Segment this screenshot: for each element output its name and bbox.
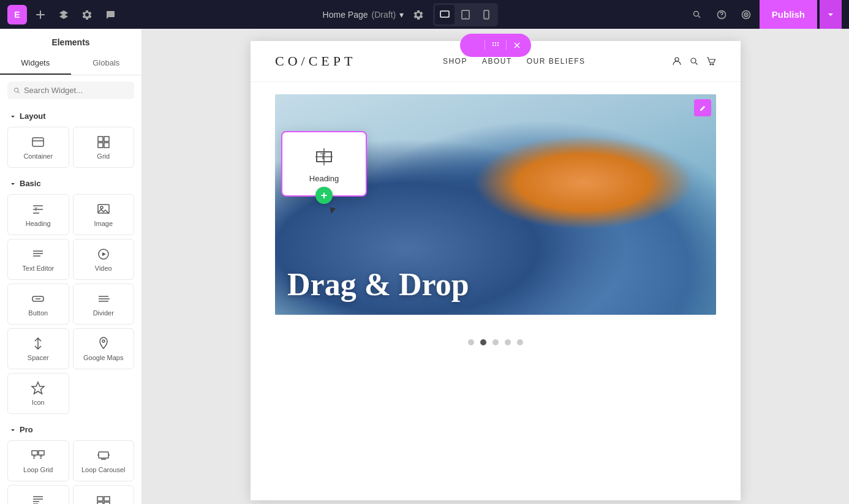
- widget-portfolio[interactable]: Portfolio: [73, 485, 135, 504]
- search-input[interactable]: [24, 86, 128, 95]
- app-logo[interactable]: E: [7, 5, 27, 24]
- widget-google-maps[interactable]: Google Maps: [73, 328, 135, 369]
- widget-image[interactable]: Image: [73, 194, 135, 235]
- container-label: Container: [23, 152, 53, 160]
- carousel-dot-1[interactable]: [468, 339, 474, 345]
- basic-widgets-grid: T Heading Image Text Editor Video Button: [0, 192, 142, 419]
- widget-loop-carousel[interactable]: Loop Carousel: [73, 440, 135, 481]
- collapse-icon-basic: [10, 181, 16, 187]
- collapse-icon-pro: [10, 427, 16, 433]
- carousel-dot-4[interactable]: [505, 339, 511, 345]
- widget-button[interactable]: Button: [7, 284, 69, 325]
- section-pro[interactable]: Pro: [0, 419, 142, 438]
- svg-point-54: [675, 58, 679, 61]
- float-move-button[interactable]: [488, 37, 504, 53]
- layout-widgets-grid: Container Grid: [0, 124, 142, 173]
- svg-point-7: [721, 17, 722, 17]
- sidebar: Elements Widgets Globals Layout Containe…: [0, 29, 142, 504]
- nav-about[interactable]: ABOUT: [482, 57, 512, 66]
- svg-point-53: [497, 45, 499, 46]
- widget-posts[interactable]: Posts: [7, 485, 69, 504]
- canvas-scroll: CO/CEPT SHOP ABOUT OUR BELIEFS: [142, 29, 849, 504]
- cart-icon[interactable]: [706, 56, 716, 66]
- loop-grid-icon: [31, 448, 45, 463]
- top-bar: E Home Page (Draft) ▾: [0, 0, 849, 29]
- site-logo: CO/CEPT: [275, 53, 356, 69]
- svg-point-55: [691, 58, 696, 63]
- float-close-button[interactable]: [509, 37, 525, 53]
- top-bar-center: Home Page (Draft) ▾: [142, 3, 679, 26]
- float-add-button[interactable]: [466, 37, 482, 53]
- svg-rect-0: [440, 11, 449, 17]
- top-bar-right: Publish: [679, 0, 849, 29]
- section-basic[interactable]: Basic: [0, 173, 142, 192]
- tablet-view-button[interactable]: [456, 5, 475, 24]
- divider-label: Divider: [93, 309, 114, 317]
- widget-icon[interactable]: Icon: [7, 373, 69, 414]
- widget-grid[interactable]: Grid: [73, 127, 135, 168]
- carousel-dot-5[interactable]: [517, 339, 523, 345]
- svg-rect-14: [98, 137, 103, 141]
- tab-widgets[interactable]: Widgets: [0, 52, 71, 75]
- mobile-view-button[interactable]: [477, 5, 496, 24]
- text-editor-icon: [31, 247, 45, 261]
- svg-rect-36: [99, 452, 108, 458]
- nav-shop[interactable]: SHOP: [443, 57, 467, 66]
- widget-loop-grid[interactable]: Loop Grid: [7, 440, 69, 481]
- svg-point-51: [492, 45, 494, 46]
- sidebar-tabs: Widgets Globals: [0, 52, 142, 75]
- page-status: (Draft): [372, 10, 396, 20]
- grid-label: Grid: [97, 152, 110, 160]
- search-nav-icon[interactable]: [689, 56, 699, 66]
- section-layout[interactable]: Layout: [0, 105, 142, 124]
- preview-button[interactable]: [735, 4, 757, 26]
- page-settings-button[interactable]: [409, 5, 428, 24]
- help-button[interactable]: [711, 4, 733, 26]
- svg-text:T: T: [320, 152, 326, 161]
- svg-rect-35: [39, 451, 44, 455]
- icon-label: Icon: [32, 399, 45, 406]
- spacer-icon: [31, 336, 45, 351]
- svg-point-2: [466, 17, 466, 18]
- desktop-view-button[interactable]: [435, 5, 455, 24]
- toolbar-divider: [485, 40, 485, 50]
- sidebar-title: Elements: [0, 29, 142, 47]
- widget-spacer[interactable]: Spacer: [7, 328, 69, 369]
- nav-beliefs[interactable]: OUR BELIEFS: [527, 57, 586, 66]
- hero-image[interactable]: Drag & Drop: [275, 94, 716, 315]
- hero-edit-button[interactable]: [694, 99, 711, 116]
- pro-widgets-grid: Loop Grid Loop Carousel Posts Portfolio: [0, 438, 142, 504]
- widget-container[interactable]: Container: [7, 127, 69, 168]
- top-bar-left: E: [0, 5, 142, 24]
- widget-video[interactable]: Video: [73, 239, 135, 280]
- layers-button[interactable]: [54, 5, 74, 24]
- svg-rect-16: [98, 143, 103, 148]
- publish-button[interactable]: Publish: [760, 0, 817, 29]
- toolbar-divider-2: [506, 40, 507, 50]
- hero-heading[interactable]: Drag & Drop: [287, 266, 704, 303]
- account-icon[interactable]: [672, 56, 682, 66]
- search-button[interactable]: [686, 4, 708, 26]
- widget-heading[interactable]: T Heading: [7, 194, 69, 235]
- comments-button[interactable]: [100, 5, 120, 24]
- divider-icon: [96, 291, 111, 306]
- carousel-dot-3[interactable]: [492, 339, 499, 345]
- publish-dropdown-button[interactable]: [820, 0, 842, 29]
- canvas-area: CO/CEPT SHOP ABOUT OUR BELIEFS: [142, 29, 849, 504]
- settings-button[interactable]: [77, 5, 97, 24]
- viewport-switcher: [433, 3, 498, 26]
- carousel-dot-2[interactable]: [480, 339, 486, 345]
- widget-divider[interactable]: Divider: [73, 284, 135, 325]
- hero-section: Drag & Drop T Hea: [275, 94, 716, 315]
- page-title[interactable]: Home Page (Draft) ▾: [323, 10, 404, 20]
- svg-text:T: T: [34, 206, 38, 213]
- svg-point-4: [486, 17, 487, 18]
- drag-widget-label: Heading: [309, 174, 339, 183]
- add-page-button[interactable]: [31, 5, 50, 24]
- svg-point-50: [497, 42, 499, 43]
- drag-add-circle: +: [315, 187, 333, 204]
- heading-icon: T: [31, 202, 45, 217]
- tab-globals[interactable]: Globals: [71, 52, 142, 75]
- site-nav-icons: [672, 56, 716, 66]
- widget-text-editor[interactable]: Text Editor: [7, 239, 69, 280]
